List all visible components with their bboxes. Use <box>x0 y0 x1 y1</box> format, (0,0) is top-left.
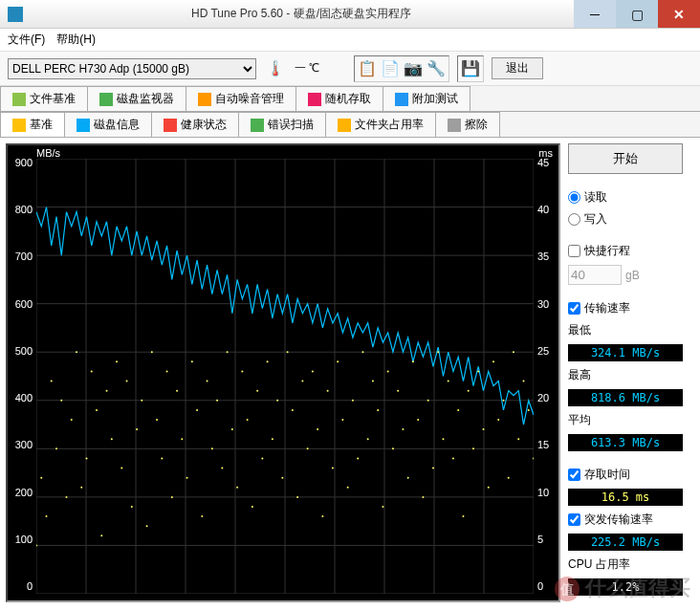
svg-point-88 <box>372 381 374 382</box>
tab-擦除[interactable]: 擦除 <box>435 112 500 137</box>
svg-point-93 <box>397 390 399 392</box>
app-icon <box>8 7 23 22</box>
window-title: HD Tune Pro 5.60 - 硬盘/固态硬盘实用程序 <box>29 6 574 22</box>
write-radio[interactable]: 写入 <box>568 211 683 228</box>
copy-info-icon[interactable]: 📋 <box>357 58 378 79</box>
close-button[interactable]: ✕ <box>658 0 700 28</box>
svg-point-103 <box>448 381 449 382</box>
svg-point-113 <box>497 419 499 421</box>
tab-文件基准[interactable]: 文件基准 <box>0 86 88 111</box>
svg-point-107 <box>468 390 470 392</box>
svg-point-39 <box>126 381 128 382</box>
svg-point-84 <box>352 400 354 402</box>
svg-point-27 <box>66 496 68 498</box>
svg-point-112 <box>492 360 494 362</box>
tab-自动噪音管理[interactable]: 自动噪音管理 <box>186 86 296 111</box>
burst-value: 225.2 MB/s <box>568 534 683 551</box>
cpu-label: CPU 占用率 <box>568 556 683 573</box>
start-button[interactable]: 开始 <box>568 143 683 174</box>
min-label: 最低 <box>568 322 683 338</box>
svg-point-46 <box>161 457 163 459</box>
thermometer-icon: 🌡️ <box>264 57 287 80</box>
svg-point-106 <box>462 515 464 517</box>
options-icon[interactable]: 🔧 <box>426 58 447 79</box>
tab-错误扫描[interactable]: 错误扫描 <box>238 112 326 137</box>
tab-icon <box>251 119 264 132</box>
read-radio[interactable]: 读取 <box>568 189 683 206</box>
svg-point-102 <box>442 438 444 440</box>
tab-磁盘信息[interactable]: 磁盘信息 <box>64 112 152 137</box>
tab-icon <box>448 119 461 132</box>
tab-icon <box>12 93 26 106</box>
tab-icon <box>308 93 321 106</box>
avg-label: 平均 <box>568 412 683 428</box>
svg-point-51 <box>186 477 188 479</box>
svg-point-76 <box>312 370 314 372</box>
svg-point-83 <box>347 487 349 489</box>
svg-point-104 <box>452 457 454 459</box>
svg-point-99 <box>427 400 429 402</box>
stroke-value-input <box>568 265 622 285</box>
svg-point-53 <box>196 409 198 411</box>
max-label: 最高 <box>568 367 683 383</box>
minimize-button[interactable]: ─ <box>574 0 616 28</box>
access-value: 16.5 ms <box>568 489 683 506</box>
svg-point-29 <box>76 351 77 353</box>
svg-point-90 <box>382 506 383 508</box>
svg-point-41 <box>136 428 138 430</box>
drive-select[interactable]: DELL PERC H730 Adp (15000 gB) <box>8 58 256 79</box>
svg-point-78 <box>321 515 323 517</box>
tab-icon <box>12 119 26 132</box>
tab-icon <box>77 119 90 132</box>
benchmark-chart: MB/s ms 9008007006005004003002001000 454… <box>6 143 560 602</box>
svg-point-47 <box>166 370 168 372</box>
maximize-button[interactable]: ▢ <box>616 0 658 28</box>
svg-point-77 <box>317 428 318 430</box>
svg-point-118 <box>522 381 524 382</box>
tab-基准[interactable]: 基准 <box>0 112 65 137</box>
tab-icon <box>99 93 113 106</box>
svg-point-67 <box>267 360 269 362</box>
svg-point-50 <box>181 438 183 440</box>
tab-附加测试[interactable]: 附加测试 <box>383 86 470 111</box>
copy-screenshot-icon[interactable]: 📄 <box>380 58 401 79</box>
svg-point-45 <box>156 419 158 421</box>
svg-point-115 <box>508 477 510 479</box>
burst-rate-checkbox[interactable]: 突发传输速率 <box>568 512 683 528</box>
tab-icon <box>198 93 211 106</box>
access-time-checkbox[interactable]: 存取时间 <box>568 467 683 483</box>
svg-point-40 <box>131 506 133 508</box>
tab-健康状态[interactable]: 健康状态 <box>151 112 239 137</box>
svg-point-64 <box>252 506 253 508</box>
svg-point-37 <box>116 360 118 362</box>
svg-point-74 <box>301 381 303 382</box>
svg-point-32 <box>91 370 93 372</box>
menu-file[interactable]: 文件(F) <box>8 32 45 48</box>
svg-point-75 <box>307 447 309 449</box>
tab-随机存取[interactable]: 随机存取 <box>295 86 383 111</box>
exit-button[interactable]: 退出 <box>492 57 543 79</box>
y-axis-left-label: MB/s <box>36 147 60 159</box>
svg-point-85 <box>357 457 359 459</box>
svg-point-95 <box>407 477 409 479</box>
menu-help[interactable]: 帮助(H) <box>56 32 96 48</box>
svg-point-116 <box>513 351 514 353</box>
max-value: 818.6 MB/s <box>568 389 683 406</box>
svg-point-110 <box>482 428 484 430</box>
svg-point-89 <box>377 409 379 411</box>
svg-point-120 <box>533 457 534 459</box>
tab-磁盘监视器[interactable]: 磁盘监视器 <box>87 86 186 111</box>
save-icon[interactable]: 💾 <box>460 58 481 79</box>
svg-point-66 <box>261 457 263 459</box>
cpu-value: 1.2% <box>568 578 683 596</box>
svg-point-72 <box>292 409 294 411</box>
svg-point-61 <box>236 487 238 489</box>
short-stroke-checkbox[interactable]: 快捷行程 <box>568 243 683 259</box>
transfer-rate-checkbox[interactable]: 传输速率 <box>568 300 683 316</box>
screenshot-icon[interactable]: 📷 <box>403 58 424 79</box>
svg-point-100 <box>432 468 434 469</box>
svg-point-105 <box>457 409 459 411</box>
svg-point-54 <box>201 515 203 517</box>
tab-icon <box>395 93 408 106</box>
tab-文件夹占用率[interactable]: 文件夹占用率 <box>325 112 436 137</box>
